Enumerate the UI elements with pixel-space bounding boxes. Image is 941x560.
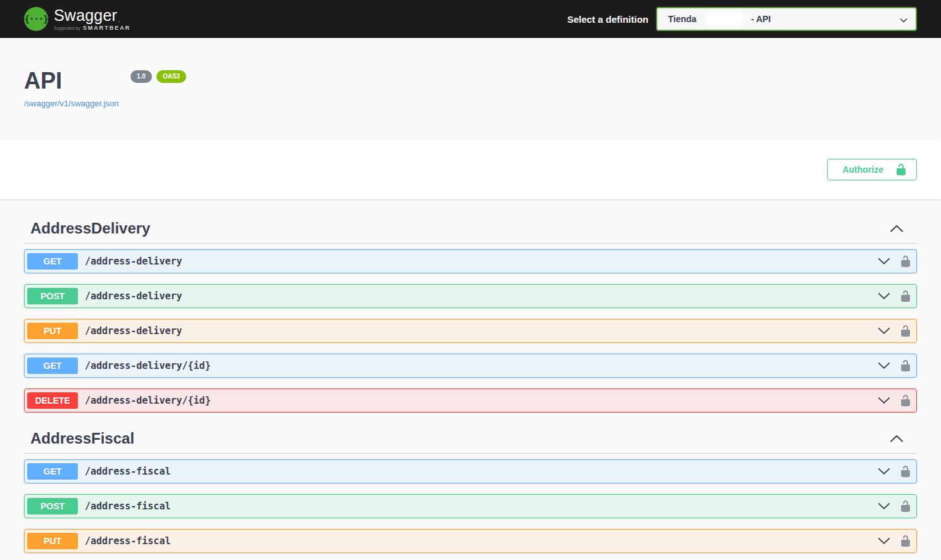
authorization-lock-button[interactable] [899, 325, 912, 337]
page-title: API [24, 68, 62, 94]
logo-trademark: . [118, 17, 120, 23]
authorization-lock-button[interactable] [899, 290, 912, 302]
expand-operation-button[interactable] [877, 361, 891, 370]
collapse-section-button[interactable] [889, 434, 904, 443]
chevron-down-icon [877, 396, 891, 405]
operation-path: /address-delivery [85, 325, 877, 337]
authorization-lock-button[interactable] [899, 465, 912, 478]
swagger-logo-link[interactable]: {···} Swagger . Supported by SMARTBEAR [24, 7, 130, 31]
chevron-down-icon [877, 537, 891, 545]
authorization-lock-button[interactable] [899, 500, 912, 513]
chevron-down-icon [877, 502, 891, 511]
tagline-prefix: Supported by [54, 26, 80, 30]
operation-path: /address-fiscal [85, 535, 877, 547]
operation-row[interactable]: GET /address-fiscal [24, 459, 917, 483]
operation-path: /address-fiscal [85, 501, 877, 512]
unlock-icon [895, 163, 907, 176]
unlock-icon [899, 535, 912, 547]
method-badge: POST [27, 498, 78, 514]
oas3-badge: OAS3 [156, 70, 186, 83]
operations-list: AddressDelivery GET /address-delivery [8, 199, 933, 560]
operation-path: /address-delivery [85, 290, 877, 302]
method-badge: PUT [27, 533, 78, 549]
authorization-lock-button[interactable] [899, 255, 912, 268]
unlock-icon [899, 500, 912, 513]
method-badge: GET [27, 253, 78, 270]
authorize-button-label: Authorize [842, 165, 883, 175]
expand-operation-button[interactable] [877, 257, 891, 266]
expand-operation-button[interactable] [877, 467, 891, 476]
operation-row[interactable]: PUT /address-delivery [24, 319, 917, 343]
method-badge: GET [27, 463, 78, 480]
method-badge: DELETE [27, 392, 78, 409]
logo-wordmark: Swagger [54, 8, 117, 23]
authorization-lock-button[interactable] [899, 535, 912, 547]
method-badge: PUT [27, 323, 78, 339]
tag-section: AddressFiscal GET /address-fiscal [24, 423, 917, 553]
tag-section: AddressDelivery GET /address-delivery [24, 213, 917, 413]
unlock-icon [899, 394, 912, 407]
operation-row[interactable]: POST /address-fiscal [24, 494, 917, 518]
operation-path: /address-delivery [85, 256, 877, 267]
operation-path: /address-delivery/{id} [85, 360, 877, 371]
swagger-logo-icon: {···} [24, 7, 48, 31]
authorize-button[interactable]: Authorize [827, 159, 917, 180]
unlock-icon [899, 255, 912, 268]
section-header[interactable]: AddressFiscal [24, 423, 917, 454]
section-title: AddressDelivery [30, 220, 889, 237]
chevron-down-icon [877, 361, 891, 370]
expand-operation-button[interactable] [877, 396, 891, 405]
chevron-down-icon [877, 257, 891, 266]
collapse-section-button[interactable] [889, 224, 904, 233]
expand-operation-button[interactable] [877, 537, 891, 545]
unlock-icon [899, 465, 912, 478]
definition-select-value-suffix: - API [751, 14, 771, 24]
section-header[interactable]: AddressDelivery [24, 213, 917, 244]
authorization-lock-button[interactable] [899, 394, 912, 407]
topbar: {···} Swagger . Supported by SMARTBEAR S… [0, 0, 941, 38]
chevron-down-icon [877, 467, 891, 476]
operation-row[interactable]: POST /address-delivery [24, 284, 917, 308]
scheme-container: Authorize [0, 140, 941, 199]
chevron-down-icon [877, 327, 891, 335]
operation-row[interactable]: DELETE /address-delivery/{id} [24, 389, 917, 413]
select-definition-label: Select a definition [567, 14, 648, 25]
definition-select[interactable]: Tienda - API [656, 7, 917, 31]
unlock-icon [899, 359, 912, 372]
operation-row[interactable]: PUT /address-fiscal [24, 529, 917, 553]
logo-tagline: Supported by SMARTBEAR [54, 25, 130, 31]
chevron-up-icon [889, 224, 904, 233]
expand-operation-button[interactable] [877, 292, 891, 301]
chevron-down-icon [899, 15, 909, 25]
section-title: AddressFiscal [30, 430, 889, 447]
chevron-up-icon [889, 434, 904, 443]
chevron-down-icon [877, 292, 891, 301]
operation-row[interactable]: GET /address-delivery/{id} [24, 354, 917, 378]
expand-operation-button[interactable] [877, 502, 891, 511]
operation-row[interactable]: GET /address-delivery [24, 249, 917, 273]
unlock-icon [899, 325, 912, 337]
definition-select-value-prefix: Tienda [668, 14, 697, 24]
braces-icon: {···} [24, 15, 47, 23]
method-badge: POST [27, 288, 78, 304]
operation-path: /address-delivery/{id} [85, 395, 877, 406]
operation-path: /address-fiscal [85, 466, 877, 477]
redaction-blur [707, 13, 743, 25]
authorization-lock-button[interactable] [899, 359, 912, 372]
tagline-brand: SMARTBEAR [83, 25, 131, 31]
spec-link[interactable]: /swagger/v1/swagger.json [24, 99, 119, 108]
unlock-icon [899, 290, 912, 302]
section-operations: GET /address-delivery POST /address-deli… [24, 244, 917, 413]
method-badge: GET [27, 358, 78, 374]
info-section: API 1.0 OAS3 /swagger/v1/swagger.json [0, 38, 941, 140]
version-badge: 1.0 [130, 70, 152, 83]
expand-operation-button[interactable] [877, 327, 891, 335]
section-operations: GET /address-fiscal POST /address-fiscal [24, 454, 917, 553]
